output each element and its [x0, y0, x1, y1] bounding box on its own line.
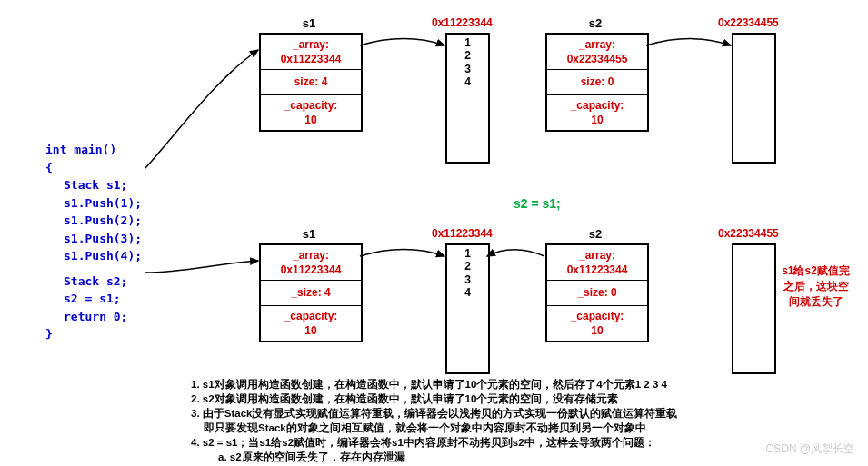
- s2-array-cell-b: _array: 0x11223344: [547, 245, 647, 281]
- mem1-box-bottom: 1 2 3 4: [445, 243, 490, 374]
- mem2-addr-top: 0x22334455: [718, 16, 779, 29]
- footer-text: 1. s1对象调用构造函数创建，在构造函数中，默认申请了10个元素的空间，然后存…: [191, 377, 677, 466]
- code-block: int main() { Stack s1; s1.Push(1); s1.Pu…: [45, 141, 142, 343]
- s2-capacity-cell-b: _capacity: 10: [547, 306, 647, 341]
- code-line: s1.Push(1);: [45, 194, 142, 213]
- lost-space-note: s1给s2赋值完之后，这块空间就丢失了: [782, 263, 850, 309]
- code-line: }: [45, 325, 142, 343]
- s1-capacity-cell-b: _capacity: 10: [261, 306, 361, 341]
- s2-label-bottom: s2: [545, 227, 645, 241]
- code-line: s1.Push(3);: [45, 230, 142, 248]
- s2-label-top: s2: [545, 16, 645, 30]
- code-line: s2 = s1;: [45, 290, 142, 308]
- code-line: s1.Push(4);: [45, 247, 142, 265]
- s2-capacity-cell: _capacity: 10: [547, 95, 647, 130]
- mem1-box-top: 1 2 3 4: [445, 33, 490, 164]
- s2-box-bottom: _array: 0x11223344 _size: 0 _capacity: 1…: [545, 243, 649, 342]
- s1-capacity-cell: _capacity: 10: [261, 95, 361, 130]
- footer-line: 2. s2对象调用构造函数创建，在构造函数中，默认申请了10个元素的空间，没有存…: [191, 392, 677, 406]
- mem1-addr-top: 0x11223344: [432, 16, 493, 29]
- s1-array-cell-b: _array: 0x11223344: [261, 245, 361, 281]
- s1-box-top: _array: 0x11223344 size: 4 _capacity: 10: [259, 33, 363, 132]
- mem2-box-bottom: [732, 243, 776, 374]
- s1-size-cell-b: _size: 4: [261, 281, 361, 305]
- s2-array-cell: _array: 0x22334455: [547, 35, 647, 70]
- mem2-addr-bottom: 0x22334455: [718, 227, 779, 240]
- s1-label-bottom: s1: [259, 227, 359, 241]
- s1-box-bottom: _array: 0x11223344 _size: 4 _capacity: 1…: [259, 243, 363, 342]
- s1-label-top: s1: [259, 16, 359, 30]
- assign-text: s2 = s1;: [514, 196, 561, 211]
- footer-line: a. s2原来的空间丢失了，存在内存泄漏: [191, 450, 677, 464]
- s2-box-top: _array: 0x22334455 size: 0 _capacity: 10: [545, 33, 649, 132]
- footer-line: 即只要发现Stack的对象之间相互赋值，就会将一个对象中内容原封不动拷贝到另一个…: [191, 421, 677, 435]
- mem2-box-top: [732, 33, 776, 164]
- footer-line: 1. s1对象调用构造函数创建，在构造函数中，默认申请了10个元素的空间，然后存…: [191, 377, 677, 392]
- code-line: int main(): [45, 141, 142, 159]
- mem1-items: 1 2 3 4: [447, 35, 488, 89]
- s1-size-cell: size: 4: [261, 70, 361, 94]
- watermark: CSDN @风掣长空: [765, 441, 854, 457]
- code-line: s1.Push(2);: [45, 212, 142, 230]
- footer-line: 3. 由于Stack没有显式实现赋值运算符重载，编译器会以浅拷贝的方式实现一份默…: [191, 406, 677, 421]
- code-line: return 0;: [45, 308, 142, 326]
- code-line: {: [45, 159, 142, 177]
- s2-size-cell: size: 0: [547, 70, 647, 94]
- mem1-addr-bottom: 0x11223344: [432, 227, 493, 240]
- s2-size-cell-b: _size: 0: [547, 281, 647, 305]
- mem1-items-b: 1 2 3 4: [447, 245, 488, 300]
- footer-line: 4. s2 = s1；当s1给s2赋值时，编译器会将s1中内容原封不动拷贝到s2…: [191, 435, 677, 450]
- code-line: Stack s2;: [45, 273, 142, 291]
- code-line: Stack s1;: [45, 176, 142, 194]
- s1-array-cell: _array: 0x11223344: [261, 35, 361, 70]
